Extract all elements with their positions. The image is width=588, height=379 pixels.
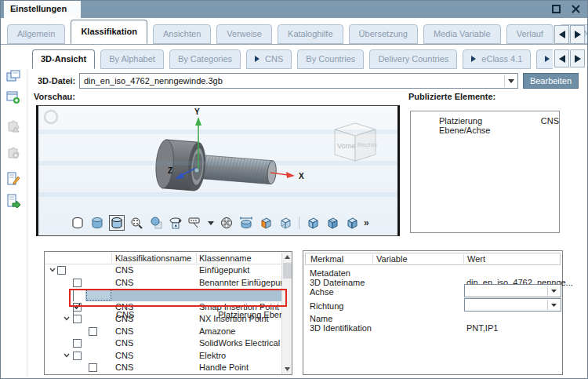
tab-kataloghilfe[interactable]: Kataloghilfe: [278, 24, 343, 44]
subtab-scroll-right-icon[interactable]: [570, 49, 585, 67]
tree-row-solidworks-electrical[interactable]: CNSSolidWorks Electrical: [45, 337, 281, 350]
tab-allgemein[interactable]: Allgemein: [7, 24, 65, 44]
mesh-view-icon[interactable]: [219, 215, 234, 231]
puzzle-gear-icon[interactable]: [6, 145, 22, 161]
scroll-down-icon[interactable]: [282, 364, 292, 374]
toolbar-overflow-icon[interactable]: »: [364, 217, 369, 228]
prop-achse-label: Achse: [310, 287, 334, 297]
close-icon[interactable]: [568, 3, 583, 16]
subtab-by-countries[interactable]: By Countries: [297, 49, 364, 69]
props-header-variable: Variable: [376, 254, 408, 264]
prop-3d-identifikation-value: PNT,IP1: [466, 323, 498, 333]
tab-uebersetzung[interactable]: Übersetzung: [349, 24, 418, 44]
scroll-up-icon[interactable]: [282, 252, 292, 262]
tree-row-handle-point[interactable]: CNSHandle Point: [45, 362, 281, 374]
chevron-down-icon[interactable]: [64, 353, 70, 358]
vendor-logo-watermark: [45, 111, 57, 123]
prop-name-label: Name: [310, 314, 332, 323]
published-item[interactable]: Platzierung Ebene/Achse CNS: [439, 116, 559, 135]
tab-ansichten[interactable]: Ansichten: [153, 24, 211, 44]
subtab-scroll-left-icon[interactable]: [554, 49, 569, 67]
focus-cell: [86, 290, 111, 301]
subtab-cns[interactable]: CNS: [246, 49, 292, 69]
tree-row-benannter-einfuegepunkt[interactable]: CNSBenannter Einfügepunkt: [45, 277, 281, 290]
row-checkbox[interactable]: [89, 327, 97, 336]
file-combobox[interactable]: din_en_iso_4762_nenngewinde.3gb: [79, 73, 518, 89]
transparent-cube-icon[interactable]: [278, 215, 293, 231]
tab-scroll-right-icon[interactable]: [570, 25, 585, 44]
preview-viewport[interactable]: Vorne Rechts Y X: [36, 105, 400, 236]
prop-3d-dateiname-label: 3D Dateiname: [310, 278, 365, 287]
tree-scrollbar[interactable]: [281, 252, 292, 374]
subtab-by-alphabet[interactable]: By Alphabet: [100, 49, 164, 69]
tab-scroll-left-icon[interactable]: [554, 25, 569, 44]
annotation-tool-icon[interactable]: [187, 215, 203, 231]
rail-divider: [27, 70, 27, 376]
classification-tree-table[interactable]: Klassifikationsname Klassenname CNSEinfü…: [44, 251, 292, 375]
published-item-name: Platzierung Ebene/Achse: [439, 116, 527, 135]
row-checkbox[interactable]: [73, 352, 82, 360]
iso-cube-1-icon[interactable]: [305, 215, 321, 231]
row-checkbox[interactable]: [57, 266, 66, 275]
richtung-dropdown-icon[interactable]: [547, 300, 560, 310]
file-label: 3D-Datei:: [38, 76, 75, 86]
published-elements-box[interactable]: Platzierung Ebene/Achse CNS: [410, 111, 560, 233]
window-title: Einstellungen: [4, 1, 81, 18]
add-view-icon[interactable]: [6, 90, 22, 106]
toolbar-separator: [299, 217, 299, 229]
wireframe-view-icon[interactable]: [70, 215, 85, 231]
subtab-3d-ansicht[interactable]: 3D-Ansicht: [32, 49, 95, 69]
sub-tab-scroll: [554, 49, 585, 67]
tree-row-amazone[interactable]: CNSAmazone: [45, 326, 281, 338]
puzzle-warning-icon[interactable]: [6, 118, 22, 134]
orange-face-cube-icon[interactable]: [258, 215, 274, 231]
chevron-down-icon[interactable]: [49, 268, 56, 272]
file-dropdown-icon[interactable]: [504, 75, 517, 87]
tab-media-variable[interactable]: Media Variable: [423, 24, 501, 44]
edit-notes-icon[interactable]: [6, 172, 22, 188]
rotate-view-icon[interactable]: [168, 215, 183, 231]
row-checkbox[interactable]: [73, 279, 82, 287]
props-header-wert: Wert: [467, 254, 485, 264]
richtung-combobox[interactable]: [464, 298, 561, 312]
iso-cube-2-icon[interactable]: [325, 215, 340, 231]
properties-table[interactable]: Merkmal Variable Wert Metadaten 3D Datei…: [303, 250, 563, 375]
scrollbar-thumb[interactable]: [283, 263, 292, 279]
subtab-eclass-truncated[interactable]: eCla: [536, 49, 553, 69]
restore-icon[interactable]: [548, 3, 564, 16]
copy-view-icon[interactable]: [6, 70, 22, 86]
tab-expand-icon: [255, 56, 260, 62]
subtab-delivery-countries[interactable]: Delivery Countries: [369, 49, 457, 69]
tree-row-elektro[interactable]: CNSElektro: [45, 350, 281, 363]
titlebar[interactable]: Einstellungen: [1, 1, 587, 18]
file-value: din_en_iso_4762_nenngewinde.3gb: [84, 76, 223, 86]
axis-y-label: Y: [194, 108, 200, 116]
tab-klassifikation[interactable]: Klassifikation: [71, 20, 147, 44]
subtab-by-categories[interactable]: By Categories: [169, 49, 241, 69]
edit-button[interactable]: Bearbeiten: [523, 73, 579, 89]
tree-header: Klassifikationsname Klassenname: [45, 252, 281, 264]
tree-row-partial[interactable]: [45, 374, 281, 375]
shaded-view-icon[interactable]: [89, 215, 105, 231]
tree-row-einfuegepunkt[interactable]: CNSEinfügepunkt: [45, 264, 281, 277]
iso-cube-3-icon[interactable]: [344, 215, 360, 231]
row-checkbox[interactable]: [89, 363, 97, 372]
tab-verweise[interactable]: Verweise: [216, 24, 272, 44]
preview-label: Vorschau:: [34, 92, 75, 101]
watermark-pattern: [38, 129, 397, 224]
export-notes-icon[interactable]: [6, 194, 22, 210]
zoom-fit-icon[interactable]: [129, 215, 144, 231]
tree-row-platzierung-ebene-achse[interactable]: CNSPlatzierung Ebene/Achse: [45, 289, 281, 301]
prop-metadaten-label: Metadaten: [310, 268, 350, 278]
subtab-eclass41[interactable]: eClass 4.1: [463, 49, 531, 69]
shaded-edges-view-icon[interactable]: [109, 215, 125, 231]
tab-verlauf[interactable]: Verlauf: [506, 24, 554, 44]
achse-combobox[interactable]: [464, 284, 561, 297]
measure-cylinder-icon[interactable]: [238, 215, 254, 231]
chevron-down-icon[interactable]: [64, 316, 70, 321]
hidden-line-icon[interactable]: [148, 215, 164, 231]
row-checkbox[interactable]: [73, 315, 82, 323]
annotation-dropdown-icon[interactable]: [207, 215, 215, 231]
row-checkbox[interactable]: [73, 339, 82, 348]
achse-dropdown-icon[interactable]: [547, 286, 560, 296]
